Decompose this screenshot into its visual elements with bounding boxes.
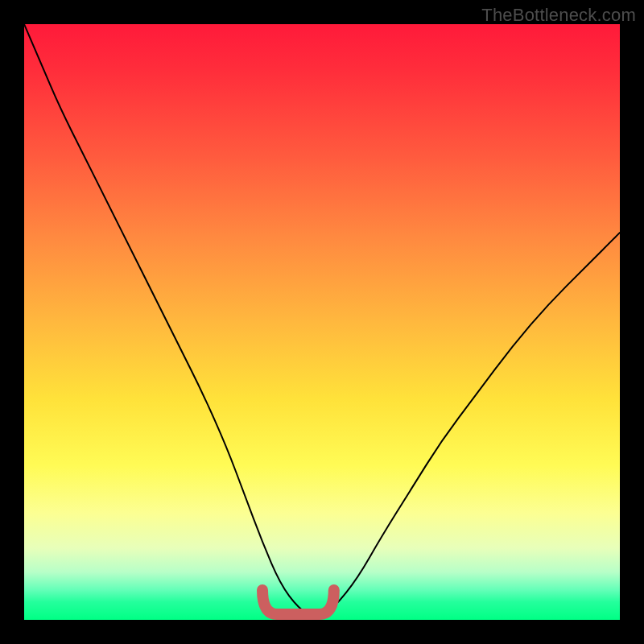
trough-marker-path — [262, 590, 334, 614]
gradient-plot-area — [24, 24, 620, 620]
bottleneck-curve — [24, 24, 620, 620]
bottleneck-curve-path — [24, 24, 620, 617]
watermark-text: TheBottleneck.com — [481, 5, 636, 26]
black-frame: TheBottleneck.com — [0, 0, 644, 644]
